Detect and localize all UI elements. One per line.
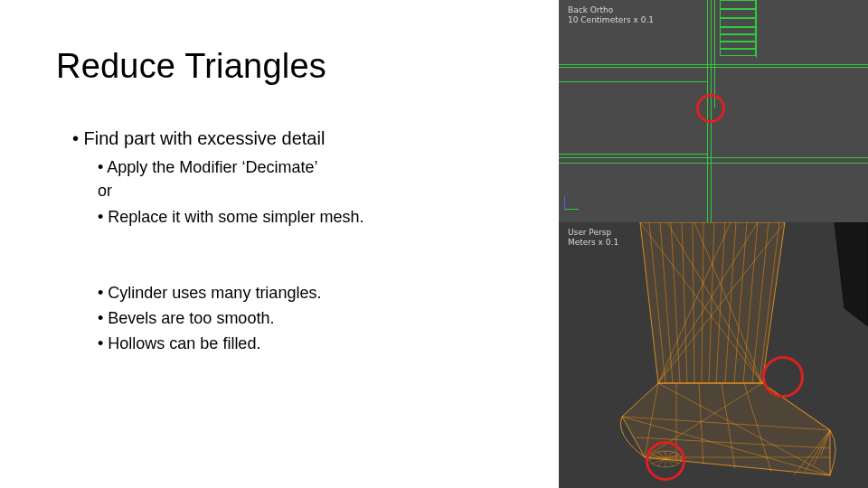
- slide: Reduce Triangles Find part with excessiv…: [0, 0, 868, 488]
- viewport-ortho-label: Back Ortho 10 Centimeters x 0.1: [568, 5, 654, 25]
- axis-x-icon: [564, 209, 579, 210]
- wireframe-line: [559, 163, 868, 164]
- bullet-lvl2-bevels: Bevels are too smooth.: [98, 307, 506, 329]
- spacing: [72, 228, 506, 278]
- bullet-lvl1-find-part: Find part with excessive detail: [72, 127, 506, 151]
- bullet-lvl2-hollows: Hollows can be filled.: [98, 333, 506, 354]
- wireframe-line: [559, 81, 708, 82]
- bullet-lvl2-replace: Replace it with some simpler mesh.: [98, 206, 506, 228]
- mesh-wireframe-icon: [559, 222, 868, 488]
- svg-marker-44: [835, 222, 868, 326]
- wireframe-box: [720, 18, 756, 27]
- annotation-circle: [646, 441, 685, 481]
- viewport-ortho-line1: Back Ortho: [568, 5, 654, 15]
- wireframe-box: [720, 34, 756, 42]
- wireframe-box: [720, 0, 756, 9]
- bullet-lvl2-decimate: Apply the Modifier ‘Decimate’: [98, 156, 506, 178]
- slide-title: Reduce Triangles: [56, 47, 326, 86]
- wireframe-line: [559, 157, 868, 158]
- wireframe-line: [756, 0, 757, 58]
- viewport-persp: User Persp Meters x 0.1: [559, 222, 868, 488]
- annotation-circle: [696, 94, 725, 123]
- wireframe-box: [720, 27, 756, 34]
- wireframe-line: [559, 64, 868, 65]
- text-or: or: [98, 180, 506, 202]
- axis-y-icon: [564, 196, 565, 211]
- wireframe-box: [720, 9, 756, 18]
- wireframe-line: [559, 67, 868, 68]
- viewport-ortho: Back Ortho 10 Centimeters x 0.1: [559, 0, 868, 222]
- bullet-lvl2-cylinder: Cylinder uses many triangles.: [98, 282, 506, 304]
- wireframe-box: [720, 49, 756, 56]
- wireframe-line: [714, 0, 715, 108]
- viewport-ortho-line2: 10 Centimeters x 0.1: [568, 15, 654, 25]
- wireframe-box: [720, 42, 756, 49]
- wireframe-line: [559, 154, 708, 155]
- annotation-circle: [762, 356, 804, 398]
- slide-body: Find part with excessive detail Apply th…: [72, 127, 506, 355]
